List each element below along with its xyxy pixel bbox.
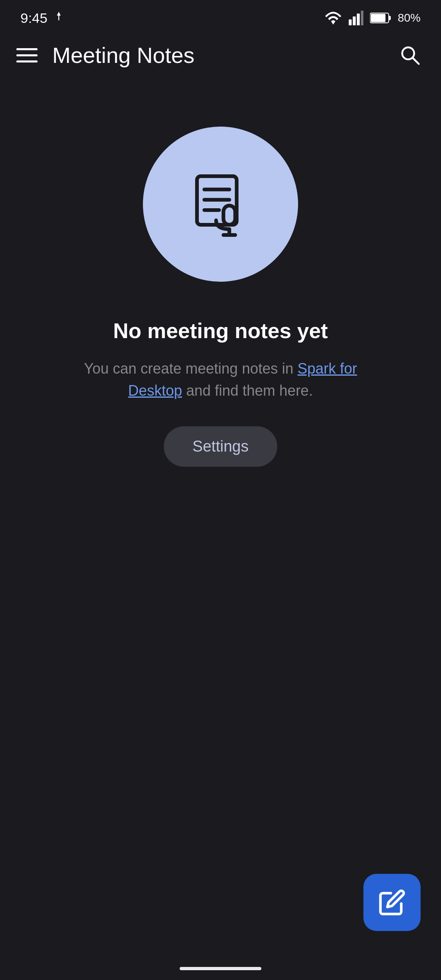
svg-rect-13 [223, 206, 235, 225]
menu-line-3 [16, 60, 38, 62]
menu-line-1 [16, 48, 38, 50]
create-note-fab[interactable] [363, 874, 421, 931]
svg-rect-2 [357, 13, 360, 25]
wifi-icon [324, 11, 342, 25]
svg-rect-5 [389, 16, 391, 20]
nav-arrow-icon [53, 11, 65, 25]
menu-button[interactable] [16, 48, 38, 62]
edit-icon [378, 889, 406, 916]
empty-state-icon-circle [143, 127, 298, 282]
home-indicator [180, 967, 261, 970]
status-time-container: 9:45 [20, 10, 65, 26]
search-icon [399, 44, 421, 66]
svg-rect-0 [349, 20, 352, 25]
battery-icon [370, 12, 391, 24]
description-before: You can create meeting notes in [84, 360, 297, 377]
status-icons: 80% [324, 11, 421, 25]
page-title: Meeting Notes [52, 42, 194, 68]
svg-rect-1 [353, 16, 356, 25]
svg-line-8 [413, 58, 419, 64]
main-content: No meeting notes yet You can create meet… [0, 78, 441, 467]
signal-icon [349, 11, 363, 25]
meeting-notes-icon [184, 167, 257, 241]
settings-button[interactable]: Settings [164, 426, 277, 467]
svg-rect-3 [361, 11, 363, 25]
empty-state-title: No meeting notes yet [113, 318, 328, 343]
description-after: and find them here. [182, 382, 313, 399]
empty-state-description: You can create meeting notes in Spark fo… [78, 358, 363, 402]
battery-percentage: 80% [398, 11, 421, 24]
search-button[interactable] [394, 40, 425, 71]
status-time: 9:45 [20, 10, 47, 26]
app-header: Meeting Notes [0, 33, 441, 78]
status-bar: 9:45 80% [0, 0, 441, 33]
header-left: Meeting Notes [16, 42, 194, 68]
svg-rect-6 [371, 14, 385, 22]
menu-line-2 [16, 54, 38, 56]
